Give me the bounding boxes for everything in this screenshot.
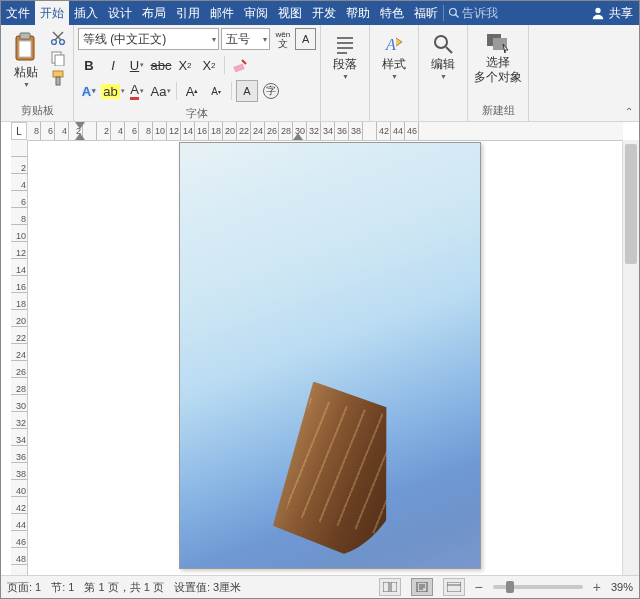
zoom-slider-knob[interactable] (506, 581, 514, 593)
ruler-tick: 30 (11, 395, 27, 412)
tab-selector[interactable]: L (11, 122, 27, 140)
view-read-mode[interactable] (379, 578, 401, 596)
tab-special[interactable]: 特色 (375, 1, 409, 25)
tab-design[interactable]: 设计 (103, 1, 137, 25)
select-line1: 选择 (486, 56, 510, 69)
tab-references[interactable]: 引用 (171, 1, 205, 25)
ruler-tick: 10 (11, 225, 27, 242)
font-size-dropdown[interactable]: 五号▾ (221, 28, 270, 50)
document-area[interactable] (27, 140, 623, 575)
vertical-ruler[interactable]: 2468101214161820222426283032343638404244… (11, 140, 28, 575)
tab-insert[interactable]: 插入 (69, 1, 103, 25)
paste-button[interactable]: 粘贴 ▼ (5, 28, 47, 88)
enclose-char-button[interactable]: 字 (260, 80, 282, 102)
copy-button[interactable] (50, 50, 66, 66)
zoom-out-button[interactable]: − (475, 579, 483, 595)
change-case-button[interactable]: Aa▾ (150, 80, 172, 102)
tab-file[interactable]: 文件 (1, 1, 35, 25)
zoom-value[interactable]: 39% (611, 581, 633, 593)
tab-help[interactable]: 帮助 (341, 1, 375, 25)
ruler-tick: 18 (11, 293, 27, 310)
zoom-in-button[interactable]: + (593, 579, 601, 595)
bold-button[interactable]: B (78, 54, 100, 76)
styles-button[interactable]: A 样式 ▼ (374, 28, 414, 80)
chevron-down-icon: ▼ (391, 73, 398, 80)
ruler-tick: 16 (195, 122, 209, 140)
share-button[interactable]: 共享 (585, 1, 639, 25)
tell-me[interactable]: 告诉我 (444, 1, 502, 25)
shrink-font-button[interactable]: A▾ (205, 80, 227, 102)
zoom-slider[interactable] (493, 585, 583, 589)
svg-rect-5 (19, 41, 31, 57)
char-shading-button[interactable]: A (236, 80, 258, 102)
tab-view[interactable]: 视图 (273, 1, 307, 25)
status-page-count[interactable]: 第 1 页，共 1 页 (84, 580, 163, 595)
ruler-tick: 2 (97, 122, 111, 140)
strikethrough-button[interactable]: abc (150, 54, 172, 76)
status-setting[interactable]: 设置值: 3厘米 (174, 580, 241, 595)
grow-font-button[interactable]: A▴ (181, 80, 203, 102)
page[interactable] (179, 142, 481, 569)
clear-formatting-button[interactable] (229, 54, 251, 76)
font-color-button[interactable]: A▾ (126, 80, 148, 102)
ruler-tick: 14 (11, 259, 27, 276)
group-font: 等线 (中文正文)▾ 五号▾ wěn文 A B I U▾ abc X2 X2 A… (74, 25, 321, 121)
superscript-button[interactable]: X2 (198, 54, 220, 76)
status-page[interactable]: 页面: 1 (7, 580, 41, 595)
tab-developer[interactable]: 开发 (307, 1, 341, 25)
format-painter-button[interactable] (50, 70, 66, 86)
view-print-layout[interactable] (411, 578, 433, 596)
svg-point-6 (52, 40, 57, 45)
tab-layout[interactable]: 布局 (137, 1, 171, 25)
scrollbar-thumb[interactable] (625, 144, 637, 264)
underline-button[interactable]: U▾ (126, 54, 148, 76)
ruler-tick: 28 (11, 378, 27, 395)
paragraph-button[interactable]: 段落 ▼ (325, 28, 365, 80)
tab-foxit[interactable]: 福昕 (409, 1, 443, 25)
cut-button[interactable] (50, 30, 66, 46)
status-section[interactable]: 节: 1 (51, 580, 74, 595)
paste-label: 粘贴 (14, 66, 38, 79)
styles-label: 样式 (382, 58, 406, 71)
svg-rect-24 (383, 582, 389, 592)
ruler-tick (83, 122, 97, 140)
paste-icon (12, 32, 40, 64)
group-paragraph-label (321, 117, 369, 121)
ruler-tick: 18 (209, 122, 223, 140)
tab-review[interactable]: 审阅 (239, 1, 273, 25)
svg-rect-4 (20, 33, 30, 39)
ruler-tick: 4 (111, 122, 125, 140)
ruler-tick: 4 (55, 122, 69, 140)
char-border-button[interactable]: A (295, 28, 316, 50)
svg-rect-25 (391, 582, 397, 592)
ruler-tick: 8 (11, 208, 27, 225)
indent-marker-top[interactable] (75, 122, 85, 129)
highlight-button[interactable]: ab▾ (102, 80, 124, 102)
collapse-ribbon-button[interactable]: ⌃ (625, 106, 633, 117)
indent-marker-bottom[interactable] (75, 133, 85, 140)
status-bar: 页面: 1 节: 1 第 1 页，共 1 页 设置值: 3厘米 − + 39% (1, 575, 639, 598)
horizontal-ruler[interactable]: 8642246810121416182022242628303234363842… (27, 122, 623, 141)
ribbon: 粘贴 ▼ 剪贴板 等线 (中文正文)▾ 五号▾ wěn文 A (1, 25, 639, 122)
edit-button[interactable]: 编辑 ▼ (423, 28, 463, 80)
font-family-dropdown[interactable]: 等线 (中文正文)▾ (78, 28, 219, 50)
tab-home[interactable]: 开始 (35, 1, 69, 25)
text-effects-button[interactable]: A▾ (78, 80, 100, 102)
ruler-tick: 42 (377, 122, 391, 140)
svg-point-7 (60, 40, 65, 45)
italic-button[interactable]: I (102, 54, 124, 76)
chevron-down-icon: ▾ (263, 35, 267, 44)
tab-mailings[interactable]: 邮件 (205, 1, 239, 25)
select-objects-button[interactable]: 选择 多个对象 (472, 28, 524, 84)
view-web-layout[interactable] (443, 578, 465, 596)
vertical-scrollbar[interactable] (622, 140, 639, 575)
right-indent-marker[interactable] (293, 133, 303, 140)
svg-point-2 (595, 8, 600, 13)
edit-label: 编辑 (431, 58, 455, 71)
ruler-tick: 6 (41, 122, 55, 140)
ruler-tick: 24 (251, 122, 265, 140)
ruler-tick: 26 (11, 361, 27, 378)
phonetic-guide-button[interactable]: wěn文 (272, 28, 293, 50)
subscript-button[interactable]: X2 (174, 54, 196, 76)
svg-line-21 (446, 47, 452, 53)
